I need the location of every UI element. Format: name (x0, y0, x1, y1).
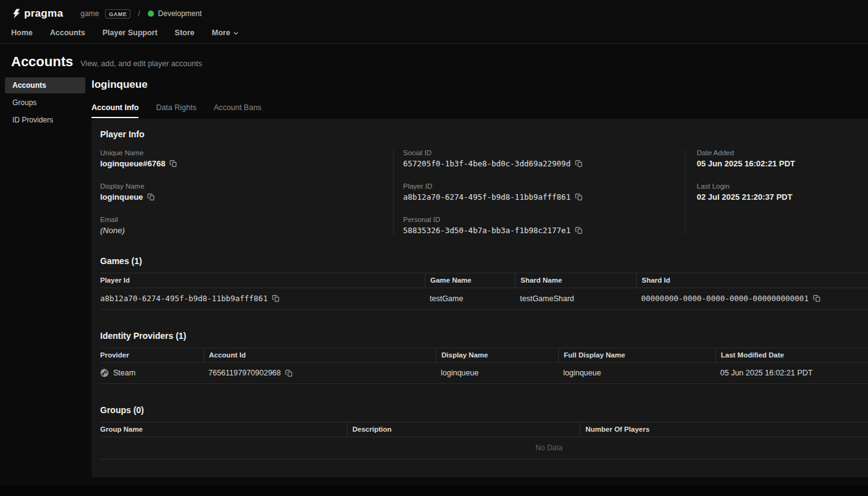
column-header: Number Of Players (580, 422, 868, 437)
copy-icon[interactable] (272, 294, 280, 302)
groups-title: Groups (0) (100, 405, 868, 415)
display-name-value: loginqueue (100, 192, 143, 202)
idp-row-account-id: 76561197970902968 (208, 369, 281, 377)
date-added-value: 05 Jun 2025 16:02:21 PDT (697, 159, 868, 168)
field-label: Personal ID (403, 216, 685, 223)
games-row-shard-name: testGameShard (515, 289, 636, 309)
account-heading: loginqueue (91, 79, 868, 91)
column-header: Game Name (425, 273, 515, 288)
nav-item-store[interactable]: Store (175, 28, 195, 37)
groups-table-header: Group Name Description Number Of Players (100, 422, 868, 437)
sidebar-item-id-providers[interactable]: ID Providers (5, 112, 85, 128)
column-header: Group Name (100, 422, 347, 437)
sidebar-item-accounts[interactable]: Accounts (5, 77, 85, 93)
email-value: (None) (100, 226, 393, 235)
groups-table: Group Name Description Number Of Players… (100, 422, 868, 460)
environment-name: Development (158, 9, 202, 18)
tab-data-rights[interactable]: Data Rights (156, 103, 196, 118)
field-label: Display Name (100, 182, 393, 190)
nav-item-home[interactable]: Home (11, 28, 33, 37)
page-title: Accounts (11, 54, 73, 70)
field-date-added: Date Added 05 Jun 2025 16:02:21 PDT (697, 149, 868, 168)
field-unique-name: Unique Name loginqueue#6768 (100, 149, 393, 168)
topbar: pragma game GAME / Development Home Acco… (0, 0, 868, 44)
games-row-player-id: a8b12a70-6274-495f-b9d8-11bb9afff861 (100, 294, 268, 303)
field-email: Email (None) (100, 216, 393, 235)
idp-row-provider: Steam (113, 369, 135, 377)
project-badge: GAME (105, 9, 130, 19)
groups-section: Groups (0) Group Name Description Number… (100, 405, 868, 460)
brand[interactable]: pragma (11, 7, 63, 20)
games-table-header: Player Id Game Name Shard Name Shard Id (100, 273, 868, 288)
brand-name: pragma (24, 7, 63, 20)
column-header: Display Name (436, 348, 558, 362)
copy-icon[interactable] (813, 294, 821, 302)
project-name: game (80, 9, 99, 18)
last-login-value: 02 Jul 2025 21:20:37 PDT (697, 192, 868, 202)
copy-icon[interactable] (575, 193, 583, 201)
column-header: Player Id (100, 273, 425, 288)
nav-item-more-label: More (212, 28, 231, 37)
idp-row-last-modified-date: 05 Jun 2025 16:02:21 PDT (715, 363, 868, 383)
column-header: Shard Id (636, 273, 868, 288)
nav-item-more[interactable]: More (212, 28, 239, 37)
main-nav: Home Accounts Player Support Store More (11, 27, 857, 38)
column-header: Description (347, 422, 580, 437)
field-player-id: Player ID a8b12a70-6274-495f-b9d8-11bb9a… (403, 182, 685, 202)
tab-account-bans[interactable]: Account Bans (214, 103, 262, 118)
sidebar: Accounts Groups ID Providers (5, 77, 85, 129)
field-label: Player ID (403, 182, 685, 190)
field-label: Last Login (697, 182, 868, 190)
idp-row-full-display-name: loginqueue (558, 363, 715, 383)
column-header: Shard Name (515, 273, 636, 288)
field-label: Email (100, 216, 393, 223)
nav-item-accounts[interactable]: Accounts (50, 28, 85, 37)
copy-icon[interactable] (285, 369, 293, 377)
column-header: Provider (100, 348, 203, 362)
personal-id-value: 58835326-3d50-4b7a-bb3a-f1b98c2177e1 (403, 226, 571, 235)
page-header: Accounts View, add, and edit player acco… (0, 44, 868, 77)
field-label: Date Added (697, 149, 868, 156)
breadcrumb-separator: / (138, 9, 140, 18)
player-info-title: Player Info (100, 129, 868, 139)
identity-providers-table-header: Provider Account Id Display Name Full Di… (100, 348, 868, 363)
account-info-card: Player Info Unique Name loginqueue#6768 … (91, 119, 868, 477)
environment-status-icon (148, 11, 154, 17)
field-display-name: Display Name loginqueue (100, 182, 393, 202)
identity-providers-title: Identity Providers (1) (100, 331, 868, 341)
copy-icon[interactable] (169, 160, 177, 168)
nav-item-player-support[interactable]: Player Support (103, 28, 158, 37)
copy-icon[interactable] (147, 193, 155, 201)
field-label: Social ID (403, 149, 685, 156)
copy-icon[interactable] (575, 160, 583, 168)
account-tabs: Account Info Data Rights Account Bans (91, 103, 868, 118)
identity-providers-table: Provider Account Id Display Name Full Di… (100, 348, 868, 384)
sidebar-item-groups[interactable]: Groups (5, 95, 85, 111)
table-row: a8b12a70-6274-495f-b9d8-11bb9afff861 tes… (100, 288, 868, 310)
pragma-logo-icon (11, 9, 20, 19)
tab-account-info[interactable]: Account Info (91, 103, 138, 118)
steam-icon (100, 369, 109, 377)
page-subtitle: View, add, and edit player accounts (80, 59, 202, 68)
games-title: Games (1) (100, 256, 868, 266)
field-personal-id: Personal ID 58835326-3d50-4b7a-bb3a-f1b9… (403, 216, 685, 235)
social-id-value: 657205f0-1b3f-4be8-bd0c-3dd69a22909d (403, 159, 571, 168)
identity-providers-section: Identity Providers (1) Provider Account … (100, 331, 868, 384)
column-header: Account Id (203, 348, 436, 362)
environment-selector[interactable]: Development (148, 9, 202, 18)
column-header: Last Modified Date (715, 348, 868, 362)
player-info-grid: Unique Name loginqueue#6768 Display Name… (100, 149, 868, 235)
table-empty-row: No Data (100, 437, 868, 460)
player-id-value: a8b12a70-6274-495f-b9d8-11bb9afff861 (403, 192, 571, 202)
idp-row-display-name: loginqueue (436, 363, 558, 383)
games-row-shard-id: 00000000-0000-0000-0000-000000000001 (641, 294, 809, 303)
field-last-login: Last Login 02 Jul 2025 21:20:37 PDT (697, 182, 868, 202)
unique-name-value: loginqueue#6768 (100, 159, 165, 168)
column-header: Full Display Name (558, 348, 715, 362)
chevron-down-icon (233, 30, 239, 36)
table-row: Steam 76561197970902968 loginqueue login… (100, 363, 868, 384)
copy-icon[interactable] (575, 226, 583, 234)
page-bottom-strip (0, 485, 868, 496)
games-section: Games (1) Player Id Game Name Shard Name… (100, 256, 868, 310)
no-data-text: No Data (100, 437, 868, 459)
